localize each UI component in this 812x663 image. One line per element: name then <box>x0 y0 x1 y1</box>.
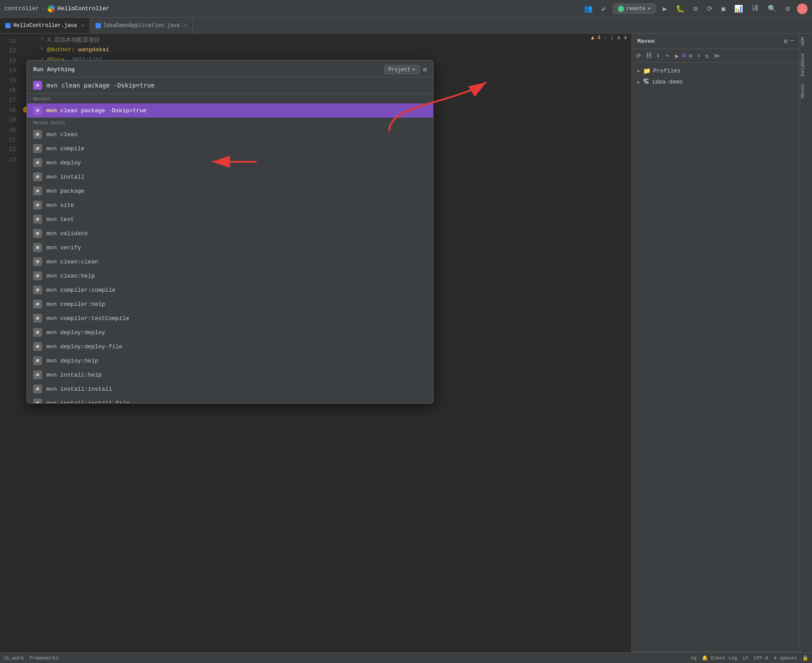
status-indentation[interactable]: 4 spaces <box>774 655 797 661</box>
goal-item-compiler-testcompile[interactable]: m mvn compiler:testCompile <box>27 311 433 325</box>
goal-item-compiler-compile[interactable]: m mvn compiler:compile <box>27 283 433 297</box>
build-icon[interactable]: ⚙ <box>692 4 700 14</box>
status-line-ending[interactable]: LF <box>743 655 748 661</box>
goal-item-compiler-help[interactable]: m mvn compiler:help <box>27 297 433 311</box>
recent-item-0[interactable]: m mvn clean package -Dskip=true <box>27 103 433 118</box>
goal-text-install: mvn install <box>46 174 84 180</box>
translate-icon[interactable]: 译 <box>750 3 761 14</box>
goal-text-clean-help: mvn clean:help <box>46 273 95 279</box>
profiler-icon[interactable]: 📊 <box>732 4 745 14</box>
status-lk-work[interactable]: lk_work <box>4 655 24 661</box>
tab-close-hello[interactable]: ✕ <box>81 23 84 28</box>
event-log-label[interactable]: 🔔 Event Log <box>702 655 737 661</box>
profiles-label: Profiles <box>653 68 681 74</box>
goal-item-test[interactable]: m mvn test <box>27 212 433 226</box>
goal-text-compile: mvn compile <box>46 145 84 152</box>
goal-item-install-help[interactable]: m mvn install:help <box>27 368 433 382</box>
goal-item-deploy[interactable]: m mvn deploy <box>27 156 433 170</box>
search-icon[interactable]: 🔍 <box>766 4 778 14</box>
profiles-arrow-icon: ▶ <box>637 68 640 74</box>
maven-settings-icon[interactable]: ⚙ <box>784 38 787 45</box>
maven-m-icon-clean-help: m <box>33 271 42 280</box>
run-anything-title: Run Anything <box>33 66 75 73</box>
goal-item-install-file[interactable]: m mvn install:install-file <box>27 396 433 403</box>
debug-icon[interactable]: 🐛 <box>674 4 686 14</box>
project-label: Project <box>388 67 410 73</box>
avatar[interactable] <box>797 4 808 14</box>
goal-item-verify[interactable]: m mvn verify <box>27 240 433 255</box>
status-frameworks[interactable]: frameworks <box>29 655 58 661</box>
status-encoding[interactable]: UTF-8 <box>754 655 768 661</box>
goal-text-deploy-deploy: mvn deploy:deploy <box>46 329 105 336</box>
maven-m-search-icon: m <box>33 81 42 90</box>
warning-down-icon[interactable]: ∨ <box>624 34 627 41</box>
intellij-logo-icon <box>48 5 55 12</box>
maven-run-icon[interactable]: ▶ <box>674 51 680 61</box>
maven-m-icon-install-file: m <box>33 399 42 403</box>
code-line-12: * @Author: wangdakai <box>21 45 632 55</box>
goal-text-verify: mvn verify <box>46 244 81 251</box>
maven-add-icon[interactable]: ＋ <box>663 51 672 61</box>
filter-icon[interactable]: ⊞ <box>423 66 427 73</box>
tab-idea-demo[interactable]: IdeaDemoApplication.java ✕ <box>90 18 193 33</box>
tab-close-idea[interactable]: ✕ <box>184 23 187 28</box>
run-icon[interactable]: ▶ <box>661 4 669 14</box>
more-run-icon[interactable]: ⟳ <box>705 4 714 14</box>
maven-download-icon[interactable]: ⬇ <box>655 51 661 61</box>
tree-item-profiles[interactable]: ▶ 📁 Profiles <box>632 65 800 76</box>
breadcrumb-class[interactable]: HelloController <box>57 5 109 12</box>
tab-label-hello: HelloController.java <box>13 23 77 29</box>
maven-strip-label[interactable]: Maven <box>800 80 812 102</box>
maven-minimize-icon[interactable]: − <box>790 37 794 45</box>
goal-item-deploy-file[interactable]: m mvn deploy:deploy-file <box>27 339 433 354</box>
tree-item-idea-demo[interactable]: ▶ 🏗 idea-demo <box>632 76 800 87</box>
breadcrumb-controller[interactable]: controller <box>4 5 39 12</box>
database-strip-label[interactable]: Database <box>800 50 812 80</box>
tab-label-idea: IdeaDemoApplication.java <box>103 23 180 29</box>
maven-m-recent-icon: m <box>33 106 42 115</box>
goal-text-site: mvn site <box>46 202 74 209</box>
maven-m-icon-compiler-help: m <box>33 300 42 309</box>
run-results-list: Recent m mvn clean package -Dskip=true M… <box>27 94 433 403</box>
goal-item-clean-clean[interactable]: m mvn clean:clean <box>27 255 433 269</box>
goal-item-install-install[interactable]: m mvn install:install <box>27 382 433 396</box>
line-numbers: 11 12 13 14 15 16 17 18 19 20 21 22 23 <box>0 35 21 165</box>
goal-text-package: mvn package <box>46 188 84 194</box>
goal-item-validate[interactable]: m mvn validate <box>27 226 433 240</box>
settings-icon[interactable]: ⚙ <box>784 4 792 14</box>
maven-lightning-icon[interactable]: ⚡ <box>696 51 702 61</box>
maven-link-icon[interactable]: ⛓ <box>644 51 653 60</box>
goal-item-site[interactable]: m mvn site <box>27 198 433 212</box>
maven-goals-section-label: Maven Goals <box>27 118 433 127</box>
editor-area: ▲ 4 ✓ 1 ∧ ∨ 11 12 13 14 15 16 17 18 19 2… <box>0 34 632 663</box>
maven-m-toolbar-icon[interactable]: m <box>682 52 686 59</box>
status-bar: lk_work frameworks ng 🔔 Event Log LF UTF… <box>0 652 812 663</box>
goal-item-deploy-deploy[interactable]: m mvn deploy:deploy <box>27 325 433 339</box>
goal-item-deploy-help[interactable]: m mvn deploy:help <box>27 354 433 368</box>
run-search-input[interactable] <box>46 82 427 89</box>
goal-item-install[interactable]: m mvn install <box>27 170 433 184</box>
checkmark-icon[interactable]: ✔ <box>600 4 608 14</box>
maven-m-icon-verify: m <box>33 243 42 252</box>
stop-icon[interactable]: ◼ <box>720 4 728 14</box>
remote-dropdown-icon: ▾ <box>647 5 651 12</box>
profiles-folder-icon: 📁 <box>643 67 651 75</box>
maven-refresh-icon[interactable]: ⟳ <box>635 51 643 61</box>
maven-skip-icon[interactable]: ⊘ <box>687 51 693 61</box>
warning-up-icon[interactable]: ∧ <box>617 34 620 41</box>
project-dropdown[interactable]: Project ▾ <box>384 65 420 74</box>
goal-item-clean-help[interactable]: m mvn clean:help <box>27 269 433 283</box>
maven-more-icon[interactable]: ≫ <box>712 51 721 61</box>
check-count[interactable]: ✓ 1 <box>604 34 614 41</box>
tab-hello-controller[interactable]: HelloController.java ✕ <box>0 18 90 33</box>
goal-item-clean[interactable]: m mvn clean <box>27 127 433 141</box>
asm-strip-label[interactable]: ASM <box>800 34 812 50</box>
warning-count[interactable]: ▲ 4 <box>591 35 601 41</box>
goal-item-compile[interactable]: m mvn compile <box>27 141 433 156</box>
maven-header-icons: ⚙ − <box>784 37 794 45</box>
remote-button[interactable]: remote ▾ <box>613 4 655 14</box>
people-icon[interactable]: 👥 <box>582 4 594 14</box>
idea-demo-label: idea-demo <box>652 79 683 85</box>
goal-item-package[interactable]: m mvn package <box>27 184 433 198</box>
maven-toggle-icon[interactable]: ⇅ <box>704 51 710 61</box>
